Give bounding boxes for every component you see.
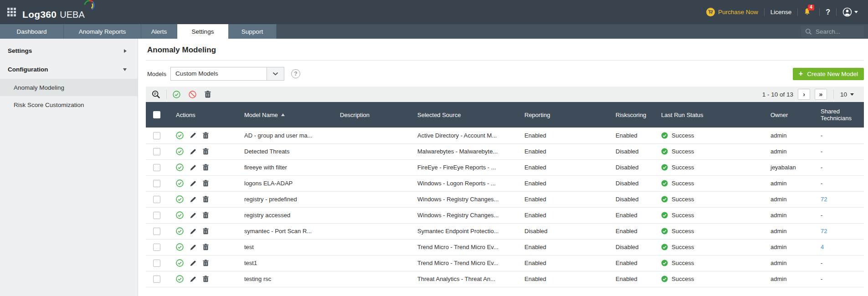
models-table: Actions Model Name Description Selected … <box>146 102 864 287</box>
disable-selected-icon[interactable] <box>189 91 196 98</box>
tab-anomaly-reports[interactable]: Anomaly Reports <box>64 24 141 39</box>
sidebar-item-risk-score-customization[interactable]: Risk Score Customization <box>0 96 138 113</box>
column-search-icon[interactable] <box>152 90 160 99</box>
shared-technicians-cell[interactable]: 72 <box>813 191 864 207</box>
edit-icon[interactable] <box>190 244 196 250</box>
next-page-button[interactable]: › <box>798 89 810 100</box>
enable-icon[interactable] <box>176 259 184 267</box>
column-header-last-run-status: Last Run Status <box>654 102 763 128</box>
help-icon[interactable]: ? <box>826 8 830 16</box>
global-search[interactable] <box>801 26 864 37</box>
edit-icon[interactable] <box>190 148 196 155</box>
sidebar-item-settings[interactable]: Settings <box>0 41 138 60</box>
enable-icon[interactable] <box>176 243 184 251</box>
model-name-cell[interactable]: registry - predefined <box>237 191 333 207</box>
edit-icon[interactable] <box>190 228 196 235</box>
delete-icon[interactable] <box>203 132 209 139</box>
notifications-bell-icon[interactable]: 4 <box>804 8 811 17</box>
tab-dashboard[interactable]: Dashboard <box>0 24 64 39</box>
edit-icon[interactable] <box>190 276 196 282</box>
sidebar-item-label: Settings <box>8 47 32 54</box>
sidebar-item-anomaly-modeling[interactable]: Anomaly Modeling <box>0 79 138 96</box>
edit-icon[interactable] <box>190 164 196 171</box>
riskscoring-cell: Disabled <box>608 175 654 191</box>
edit-icon[interactable] <box>190 132 196 138</box>
delete-icon[interactable] <box>203 260 209 266</box>
delete-icon[interactable] <box>203 180 209 187</box>
row-checkbox[interactable] <box>153 148 160 155</box>
tab-alerts[interactable]: Alerts <box>141 24 177 39</box>
last-run-status-cell: Success <box>654 128 763 143</box>
delete-icon[interactable] <box>203 212 209 219</box>
page-size-value: 10 <box>840 91 847 98</box>
shared-technicians-cell[interactable]: 72 <box>813 223 864 239</box>
row-checkbox[interactable] <box>153 260 160 267</box>
row-checkbox[interactable] <box>153 212 160 219</box>
delete-selected-icon[interactable] <box>205 91 211 98</box>
delete-icon[interactable] <box>203 244 209 250</box>
enable-selected-icon[interactable] <box>173 91 180 98</box>
delete-icon[interactable] <box>203 164 209 171</box>
delete-icon[interactable] <box>203 148 209 155</box>
riskscoring-cell: Enabled <box>608 271 654 287</box>
success-icon <box>661 276 668 282</box>
table-row: logons ELA-ADAP Windows - Logon Reports … <box>146 175 864 191</box>
selected-source-cell: Trend Micro - Trend Micro Ev... <box>410 255 517 271</box>
create-new-model-button[interactable]: + Create New Model <box>793 68 864 80</box>
model-name-cell[interactable]: symantec - Port Scan R... <box>237 223 333 239</box>
row-checkbox[interactable] <box>153 180 160 187</box>
main-nav: Dashboard Anomaly Reports Alerts Setting… <box>0 24 868 39</box>
license-link[interactable]: License <box>770 9 792 15</box>
delete-icon[interactable] <box>203 276 209 282</box>
row-checkbox[interactable] <box>153 228 160 235</box>
model-name-cell[interactable]: test <box>237 239 333 255</box>
enable-icon[interactable] <box>176 163 184 171</box>
model-name-cell[interactable]: testing rsc <box>237 271 333 287</box>
enable-icon[interactable] <box>176 227 184 235</box>
edit-icon[interactable] <box>190 260 196 266</box>
shared-technicians-cell[interactable]: 4 <box>813 239 864 255</box>
divider <box>819 8 820 16</box>
column-header-model-name[interactable]: Model Name <box>237 102 333 128</box>
riskscoring-cell: Disabled <box>608 159 654 175</box>
chevron-down-icon <box>850 93 854 96</box>
tab-support[interactable]: Support <box>228 24 277 39</box>
edit-icon[interactable] <box>190 196 196 203</box>
enable-icon[interactable] <box>176 179 184 187</box>
model-name-cell[interactable]: registry accessed <box>237 207 333 223</box>
row-checkbox[interactable] <box>153 244 160 251</box>
last-page-button[interactable]: » <box>815 89 827 100</box>
delete-icon[interactable] <box>203 228 209 235</box>
models-select[interactable]: Custom Models <box>170 67 284 81</box>
model-name-cell[interactable]: fireeye with filter <box>237 159 333 175</box>
models-help-icon[interactable]: ? <box>291 69 300 78</box>
sidebar-item-configuration[interactable]: Configuration <box>0 60 138 79</box>
edit-icon[interactable] <box>190 180 196 187</box>
user-menu[interactable] <box>842 7 858 17</box>
enable-icon[interactable] <box>176 195 184 203</box>
delete-icon[interactable] <box>203 196 209 203</box>
model-name-cell[interactable]: logons ELA-ADAP <box>237 175 333 191</box>
enable-icon[interactable] <box>176 211 184 219</box>
column-header-riskscoring: Riskscoring <box>608 102 654 128</box>
model-name-cell[interactable]: AD - group and user ma... <box>237 128 333 143</box>
edit-icon[interactable] <box>190 212 196 219</box>
enable-icon[interactable] <box>176 132 184 139</box>
row-checkbox[interactable] <box>153 132 160 139</box>
purchase-now-link[interactable]: Purchase Now <box>706 8 758 16</box>
enable-icon[interactable] <box>176 148 184 155</box>
enable-icon[interactable] <box>176 275 184 283</box>
selected-source-cell: Windows - Registry Changes... <box>410 207 517 223</box>
model-name-cell[interactable]: test1 <box>237 255 333 271</box>
page-size-select[interactable]: 10 <box>840 91 854 98</box>
search-input[interactable] <box>816 28 859 35</box>
select-all-checkbox[interactable] <box>153 111 160 118</box>
plus-icon: + <box>799 70 803 77</box>
row-checkbox[interactable] <box>153 164 160 171</box>
row-checkbox[interactable] <box>153 196 160 203</box>
row-checkbox[interactable] <box>153 276 160 283</box>
last-run-status-cell: Success <box>654 159 763 175</box>
tab-settings[interactable]: Settings <box>177 24 228 39</box>
app-launcher-icon[interactable] <box>7 8 16 16</box>
model-name-cell[interactable]: Detected Threats <box>237 143 333 159</box>
